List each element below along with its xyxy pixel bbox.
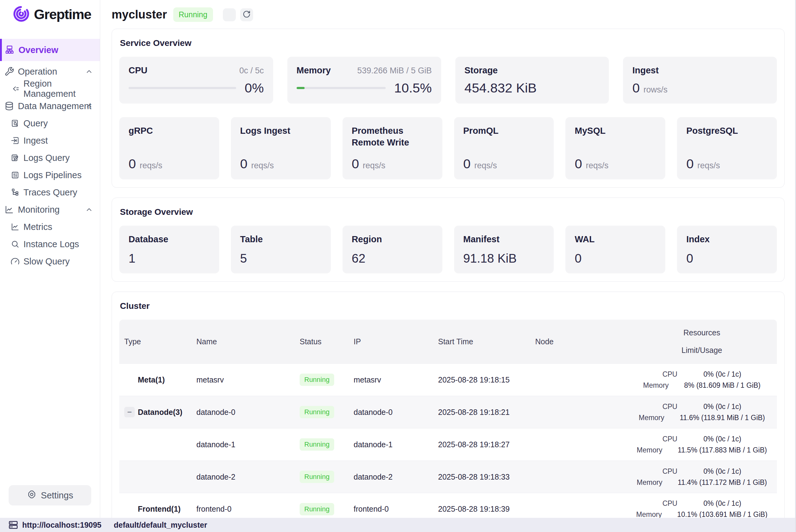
service-overview-panel: Service Overview CPU 0c / 5c 0% Memory 5… [112,28,784,188]
cpu-usage-value: 0% (0c / 1c) [703,467,741,476]
sidebar-item-label: Data Management [18,101,92,111]
sidebar-item-label: Monitoring [18,205,59,215]
resources-header-label: Resources [683,328,720,337]
ingest-unit: rows/s [643,85,667,95]
sidebar-item-label: Operation [18,66,57,77]
row-resources: CPU0% (0c / 1c) Memory10.1% (103.691 MiB… [628,499,776,519]
row-ip: datanode-1 [354,440,438,449]
cpu-usage-label: CPU [663,467,703,476]
sto-label: Index [686,234,767,245]
box-arrow-in-icon [11,136,20,145]
rate-unit: reqs/s [586,161,609,170]
rate-label: gRPC [129,125,210,137]
sidebar-item-label: Ingest [23,136,48,146]
memory-usage-value: 11.4% (117.172 MiB / 1 GiB) [678,478,767,487]
row-resources: CPU0% (0c / 1c) Memory11.5% (117.883 MiB… [628,435,776,454]
prometheus-remote-write-card: Prometheus Remote Write 0 reqs/s [342,117,442,179]
sidebar-item-query[interactable]: Query [0,115,100,132]
sidebar-item-monitoring[interactable]: Monitoring [0,201,100,218]
rate-label: PromQL [463,125,545,137]
column-header-resources: Resources Limit/Usage [628,320,776,363]
tree-icon [11,188,20,197]
row-name: datanode-1 [196,440,300,449]
database-card: Database 1 [119,226,219,273]
memory-usage-value: 11.6% (118.91 MiB / 1 GiB) [680,414,765,422]
chevron-up-icon [85,102,93,110]
row-start-time: 2025-08-28 19:18:27 [438,440,535,449]
row-type: Frontend(1) [138,505,181,513]
logs-ingest-card: Logs Ingest 0 reqs/s [231,117,331,179]
table-row-meta: Meta(1) metasrv Running metasrv 2025-08-… [119,363,777,396]
cpu-usage-value: 0% (0c / 1c) [703,402,741,411]
cpu-usage-label: CPU [663,402,703,411]
rate-value: 0 [575,156,582,171]
row-status-badge: Running [300,438,334,451]
sidebar-nav: Overview Operation Region Management [0,39,100,270]
blank-icon-button[interactable] [223,8,236,21]
ingest-label: Ingest [632,65,659,76]
cluster-status-badge: Running [173,7,213,22]
row-start-time: 2025-08-28 19:18:33 [438,473,535,481]
rate-value: 0 [463,156,471,171]
sidebar-item-logs-query[interactable]: Logs Query [0,149,100,167]
sidebar-item-metrics[interactable]: Metrics [0,218,100,235]
sidebar-item-label: Region Management [23,79,100,99]
sidebar-item-region-management[interactable]: Region Management [0,80,100,97]
sto-value: 62 [352,251,433,265]
current-database[interactable]: default/default_mycluster [114,520,207,530]
page-title: mycluster [112,8,167,21]
sidebar: Greptime Overview Operation [0,0,100,518]
wal-card: WAL 0 [565,226,665,273]
cpu-card: CPU 0c / 5c 0% [119,57,273,103]
memory-progress-bar [297,87,386,89]
sidebar-item-data-management[interactable]: Data Management [0,97,100,115]
settings-button[interactable]: Settings [8,485,91,506]
row-resources: CPU0% (0c / 1c) Memory11.4% (117.172 MiB… [628,467,776,487]
sto-value: 0 [575,251,656,265]
memory-card: Memory 539.266 MiB / 5 GiB 10.5% [287,57,441,103]
sidebar-item-logs-pipelines[interactable]: Logs Pipelines [0,167,100,184]
ingest-card: Ingest 0 rows/s [623,57,777,103]
sidebar-item-operation[interactable]: Operation [0,63,100,80]
sidebar-item-label: Overview [19,45,58,55]
row-ip: frontend-0 [354,505,438,513]
cluster-title: Cluster [120,301,777,311]
sidebar-item-slow-query[interactable]: Slow Query [0,253,100,270]
sidebar-item-label: Query [23,118,48,129]
sto-label: Manifest [463,234,545,245]
table-row-datanode-2: datanode-2 Running datanode-2 2025-08-28… [119,460,777,493]
sidebar-item-overview[interactable]: Overview [0,39,100,61]
sidebar-item-ingest[interactable]: Ingest [0,132,100,149]
status-bar: http://localhost:19095 default/default_m… [0,518,796,532]
settings-label: Settings [41,490,73,500]
header-actions [223,8,253,21]
sidebar-item-label: Traces Query [23,187,77,197]
server-url[interactable]: http://localhost:19095 [22,520,101,530]
sto-label: Table [240,234,322,245]
service-overview-title: Service Overview [120,38,777,48]
cluster-table-header: Type Name Status IP Start Time Node Reso… [119,320,777,363]
row-status-badge: Running [300,374,334,386]
row-ip: datanode-0 [354,408,438,417]
sidebar-item-label: Slow Query [23,256,70,267]
search-icon [11,240,20,249]
sidebar-item-instance-logs[interactable]: Instance Logs [0,235,100,253]
sidebar-item-traces-query[interactable]: Traces Query [0,184,100,201]
storage-value: 454.832 KiB [465,80,537,96]
rate-label: PostgreSQL [686,125,767,137]
row-resources: CPU0% (0c / 1c) Memory8% (81.609 MiB / 1… [628,370,776,390]
row-name: datanode-2 [196,473,300,481]
sto-value: 0 [686,251,767,265]
rate-value: 0 [129,156,136,171]
collapse-datanode-button[interactable]: − [124,407,135,417]
rate-label: MySQL [575,125,656,137]
storage-label: Storage [465,65,498,76]
server-icon [8,520,19,530]
row-resources: CPU0% (0c / 1c) Memory11.6% (118.91 MiB … [628,402,776,422]
sidebar-item-label: Logs Query [23,153,70,163]
refresh-button[interactable] [240,8,253,21]
promql-card: PromQL 0 reqs/s [454,117,554,179]
main-content: mycluster Running Service Overview CPU 0… [100,0,796,532]
database-icon [4,101,14,111]
greptime-logo-icon [12,5,30,24]
